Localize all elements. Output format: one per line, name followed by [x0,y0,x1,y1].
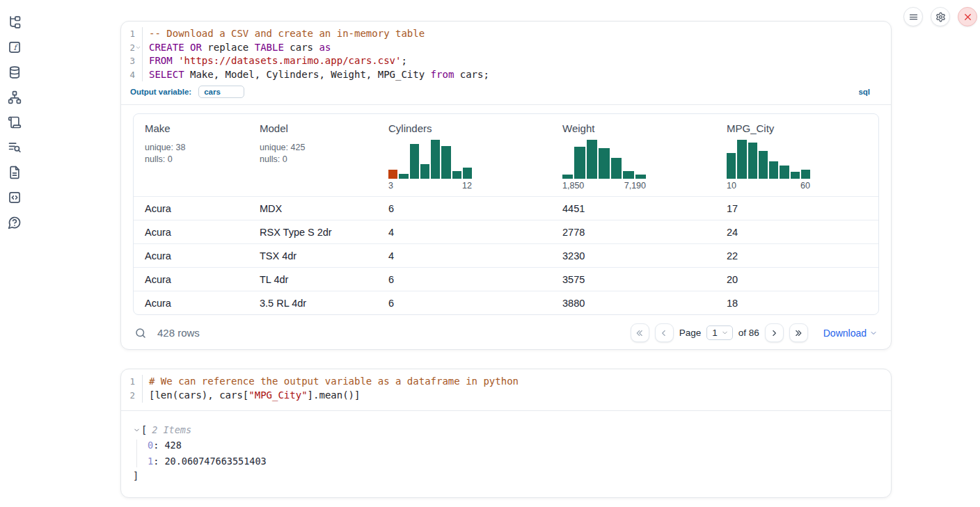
histogram-bar [759,151,768,179]
table-cell: 4 [377,227,551,238]
shutdown-icon [963,12,973,22]
table-cell: 2778 [551,227,716,238]
scratchpad-icon [8,115,22,129]
column-header-make[interactable]: Makeunique: 38nulls: 0 [134,114,248,196]
settings-button[interactable] [931,7,950,26]
histogram-max-label: 7,190 [624,181,646,191]
code-text: CREATE OR replace TABLE cars as [143,41,331,55]
histogram-bar [748,143,757,179]
menu-icon [908,12,919,22]
language-badge[interactable]: sql [858,88,870,96]
download-button[interactable]: Download [823,328,878,339]
histogram-bar [399,174,408,179]
prev-page-button[interactable] [655,323,674,342]
line-number: 3 [121,54,143,68]
histogram-bar [791,172,800,179]
sidebar-item-documentation[interactable] [8,166,22,179]
table-row: AcuraTSX 4dr4323022 [134,243,878,267]
column-name: Weight [562,122,716,134]
last-page-button[interactable] [789,323,808,342]
code-line: 2[len(cars), cars["MPG_City"].mean()] [121,389,891,403]
histogram-bar [623,171,633,179]
chevrons-left-icon [635,328,645,338]
chevron-down-icon [869,329,878,337]
sidebar-item-dependency-graph[interactable] [8,90,22,104]
table-cell: Acura [134,298,248,309]
code-line: 1# We can reference the output variable … [121,375,891,389]
sidebar-item-scratchpad[interactable] [8,115,22,129]
table-row: AcuraTL 4dr6357520 [134,267,878,291]
column-header-cylinders[interactable]: Cylinders312 [377,114,551,196]
code-text: SELECT Make, Model, Cylinders, Weight, M… [143,68,489,82]
fold-icon[interactable] [135,44,142,51]
sidebar-item-database[interactable] [8,65,22,79]
table-cell: 20 [716,274,878,285]
histogram-bar [574,147,585,179]
sidebar-item-help[interactable] [8,216,22,230]
tree-item-index: 0 [148,440,153,451]
table-cell: 17 [716,203,878,214]
sql-cell: 1-- Download a CSV and create an in-memo… [120,21,892,350]
code-line: 2CREATE OR replace TABLE cars as [121,41,891,55]
code-text: [len(cars), cars["MPG_City"].mean()] [143,389,360,403]
sidebar-item-logs[interactable] [8,140,22,154]
table-cell: TSX 4dr [248,250,377,261]
histogram-bar [441,146,450,179]
histogram-bar [420,164,429,179]
table-cell: 3.5 RL 4dr [248,298,377,309]
column-name: Cylinders [388,122,551,134]
shutdown-button[interactable] [958,7,977,26]
column-header-weight[interactable]: Weight1,8507,190 [551,114,716,196]
histogram-bar [599,148,609,179]
column-stats: unique: 38nulls: 0 [145,142,248,166]
table-cell: Acura [134,203,248,214]
chevron-right-icon [769,328,779,338]
row-count: 428 rows [157,327,200,339]
svg-text:f: f [13,43,18,52]
table-cell: Acura [134,274,248,285]
documentation-icon [8,166,22,179]
sidebar-item-functions[interactable]: f [8,40,22,54]
python-cell-output: [ 2 Items 0: 4281: 20.060747663551403 ] [121,411,891,497]
python-code-editor[interactable]: 1# We can reference the output variable … [121,369,891,410]
page-select[interactable]: 1 [706,325,733,340]
data-table: Makeunique: 38nulls: 0Modelunique: 425nu… [133,113,879,315]
histogram-bar [463,168,472,179]
tree-close-bracket: ] [133,470,879,482]
sql-code-editor[interactable]: 1-- Download a CSV and create an in-memo… [121,22,891,105]
help-icon [8,216,22,230]
column-header-model[interactable]: Modelunique: 425nulls: 0 [248,114,377,196]
sidebar-item-file-tree[interactable] [8,15,22,29]
fold-spacer [135,58,142,65]
snippets-icon [8,191,22,204]
table-cell: RSX Type S 2dr [248,227,377,238]
search-icon[interactable] [134,327,147,339]
table-row: AcuraMDX6445117 [134,196,878,220]
first-page-button[interactable] [631,323,649,342]
table-cell: TL 4dr [248,274,377,285]
fold-spacer [135,31,142,38]
code-line: 4SELECT Make, Model, Cylinders, Weight, … [121,68,891,82]
table-cell: MDX [248,203,377,214]
menu-button[interactable] [903,7,923,26]
chevron-left-icon [659,328,669,338]
collapse-icon[interactable] [133,426,141,434]
column-header-mpg_city[interactable]: MPG_City1060 [716,114,878,196]
fold-spacer [135,72,142,79]
page-total: of 86 [738,328,759,338]
histogram-max-label: 12 [462,181,472,191]
histogram-bar [769,161,778,179]
functions-icon: f [8,40,22,54]
output-variable-input[interactable]: cars [198,86,244,98]
table-cell: 4451 [551,203,716,214]
code-text: # We can reference the output variable a… [143,375,519,389]
next-page-button[interactable] [765,323,784,342]
tree-items-count: 2 Items [152,424,191,436]
histogram-min-label: 10 [727,181,736,191]
list-item: 0: 428 [148,440,879,451]
table-cell: 18 [716,298,878,309]
code-line: 1-- Download a CSV and create an in-memo… [121,27,891,41]
sidebar-item-snippets[interactable] [8,191,22,204]
sql-cell-output: Makeunique: 38nulls: 0Modelunique: 425nu… [121,105,891,349]
table-cell: 22 [716,250,878,261]
